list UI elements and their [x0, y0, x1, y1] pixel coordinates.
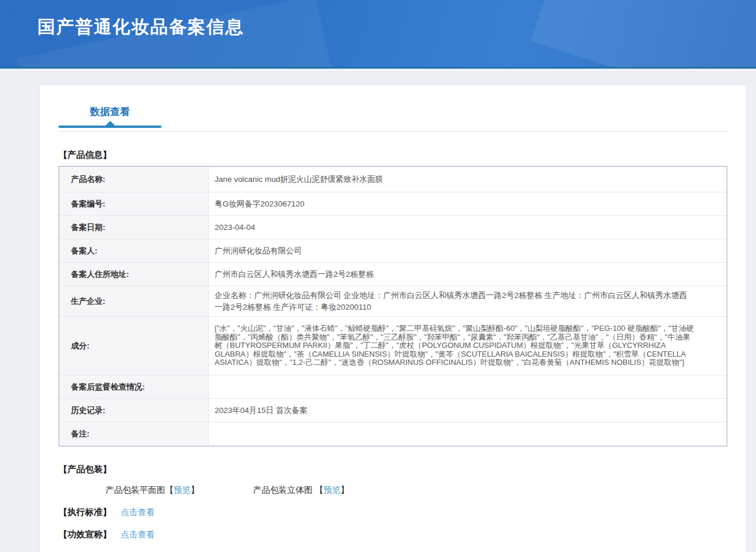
bracket-open: 【: [315, 485, 324, 495]
row-value: 广州市白云区人和镇秀水塘西一路2号2栋整栋: [209, 263, 727, 286]
table-row-registrant-address: 备案人住所地址: 广州市白云区人和镇秀水塘西一路2号2栋整栋: [59, 263, 727, 286]
row-label: 历史记录:: [59, 399, 209, 422]
row-label: 备注:: [59, 422, 209, 446]
row-value: ["水"，"火山泥"，"甘油"，"液体石蜡"，"鲸蜡硬脂醇"，"聚二甲基硅氧烷"…: [209, 317, 727, 375]
packaging-stereo-item: 产品包装立体图 【预览】: [253, 485, 350, 496]
tab-strip: 数据查看: [59, 105, 727, 132]
table-row-manufacturer: 生产企业: 企业名称：广州润研化妆品有限公司 企业地址：广州市白云区人和镇秀水塘…: [59, 286, 727, 317]
row-value: [209, 375, 727, 398]
tab-data-view[interactable]: 数据查看: [59, 105, 161, 127]
row-value: 粤G妆网备字2023067120: [209, 192, 727, 215]
table-row-record-number: 备案编号: 粤G妆网备字2023067120: [59, 192, 727, 216]
row-label: 备案人:: [59, 239, 209, 262]
row-value: 2023-04-04: [209, 216, 727, 239]
section-title-standard: 【执行标准】: [59, 507, 111, 518]
table-row-remarks: 备注:: [59, 422, 727, 446]
packaging-plan-preview-link[interactable]: 预览: [174, 485, 191, 495]
packaging-stereo-label: 产品包装立体图: [253, 485, 316, 495]
bracket-close: 】: [191, 485, 199, 495]
efficacy-view-link[interactable]: 点击查看: [121, 529, 155, 540]
row-label: 备案编号:: [59, 192, 209, 215]
row-value: Jane volcanic mud妍泥火山泥舒缓紧致补水面膜: [209, 167, 727, 192]
table-row-ingredients: 成分: ["水"，"火山泥"，"甘油"，"液体石蜡"，"鲸蜡硬脂醇"，"聚二甲基…: [59, 317, 727, 375]
table-row-history: 历史记录: 2023年04月15日 首次备案: [59, 399, 727, 422]
content-card: 数据查看 【产品信息】 产品名称: Jane volcanic mud妍泥火山泥…: [40, 85, 746, 552]
page-header: 国产普通化妆品备案信息: [0, 0, 756, 69]
packaging-line: 产品包装平面图【预览】 产品包装立体图 【预览】: [59, 485, 727, 496]
table-row-registrant: 备案人: 广州润研化妆品有限公司: [59, 239, 727, 263]
row-label: 备案人住所地址:: [59, 263, 209, 286]
row-label: 生产企业:: [59, 286, 209, 316]
packaging-stereo-preview-link[interactable]: 预览: [324, 485, 341, 495]
row-label: 产品名称:: [59, 167, 209, 192]
bracket-open: 【: [165, 485, 174, 495]
standard-view-link[interactable]: 点击查看: [121, 507, 155, 518]
row-label: 成分:: [59, 317, 209, 375]
row-label: 备案日期:: [59, 216, 209, 239]
table-row-supervision: 备案后监督检查情况:: [59, 375, 727, 399]
row-value: 广州润研化妆品有限公司: [209, 239, 727, 262]
page-title: 国产普通化妆品备案信息: [38, 15, 244, 39]
standard-line: 【执行标准】 点击查看: [59, 507, 727, 518]
packaging-plan-item: 产品包装平面图【预览】: [106, 485, 199, 496]
table-row-product-name: 产品名称: Jane volcanic mud妍泥火山泥舒缓紧致补水面膜: [59, 167, 727, 192]
row-value: 2023年04月15日 首次备案: [209, 399, 727, 422]
efficacy-line: 【功效宣称】 点击查看: [59, 529, 727, 540]
section-title-packaging: 【产品包装】: [59, 464, 727, 475]
header-decor-shape: [531, 0, 756, 69]
bracket-close: 】: [341, 485, 350, 495]
packaging-plan-label: 产品包装平面图: [106, 485, 165, 495]
tab-active-underline: [59, 126, 161, 128]
table-row-record-date: 备案日期: 2023-04-04: [59, 216, 727, 239]
tab-active-caret-icon: [106, 121, 115, 126]
section-title-product-info: 【产品信息】: [59, 150, 727, 161]
row-value: 企业名称：广州润研化妆品有限公司 企业地址：广州市白云区人和镇秀水塘西一路2号2…: [209, 286, 727, 316]
section-title-efficacy: 【功效宣称】: [59, 529, 111, 540]
row-value: [209, 422, 727, 446]
tab-data-view-label: 数据查看: [90, 106, 130, 117]
row-label: 备案后监督检查情况:: [59, 375, 209, 398]
product-info-table: 产品名称: Jane volcanic mud妍泥火山泥舒缓紧致补水面膜 备案编…: [59, 166, 727, 446]
